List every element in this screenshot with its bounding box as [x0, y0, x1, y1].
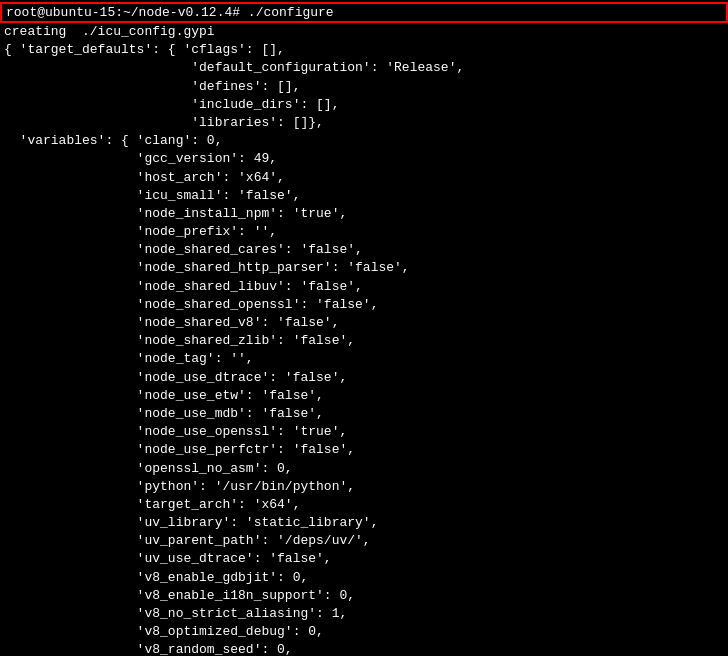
output-line: 'gcc_version': 49,: [0, 150, 728, 168]
output-line: 'v8_enable_gdbjit': 0,: [0, 569, 728, 587]
output-line: 'host_arch': 'x64',: [0, 169, 728, 187]
output-line: 'node_install_npm': 'true',: [0, 205, 728, 223]
output-line: 'node_shared_http_parser': 'false',: [0, 259, 728, 277]
output-line: 'v8_optimized_debug': 0,: [0, 623, 728, 641]
output-line: 'node_use_perfctr': 'false',: [0, 441, 728, 459]
command-line: root@ubuntu-15:~/node-v0.12.4# ./configu…: [0, 2, 728, 23]
output-line: 'node_prefix': '',: [0, 223, 728, 241]
output-line: 'target_arch': 'x64',: [0, 496, 728, 514]
output-line: 'node_shared_zlib': 'false',: [0, 332, 728, 350]
command-text: ./configure: [240, 5, 334, 20]
output-container: creating ./icu_config.gypi{ 'target_defa…: [0, 23, 728, 656]
output-line: 'node_shared_v8': 'false',: [0, 314, 728, 332]
output-line: 'variables': { 'clang': 0,: [0, 132, 728, 150]
output-line: 'node_use_mdb': 'false',: [0, 405, 728, 423]
output-line: 'python': '/usr/bin/python',: [0, 478, 728, 496]
output-line: 'node_shared_cares': 'false',: [0, 241, 728, 259]
output-line: 'uv_use_dtrace': 'false',: [0, 550, 728, 568]
output-line: creating ./icu_config.gypi: [0, 23, 728, 41]
output-line: 'node_use_dtrace': 'false',: [0, 369, 728, 387]
output-line: 'default_configuration': 'Release',: [0, 59, 728, 77]
output-line: 'v8_random_seed': 0,: [0, 641, 728, 656]
output-line: 'uv_library': 'static_library',: [0, 514, 728, 532]
output-line: 'include_dirs': [],: [0, 96, 728, 114]
output-line: 'v8_enable_i18n_support': 0,: [0, 587, 728, 605]
output-line: 'node_shared_openssl': 'false',: [0, 296, 728, 314]
output-line: 'node_tag': '',: [0, 350, 728, 368]
output-line: 'openssl_no_asm': 0,: [0, 460, 728, 478]
output-line: 'libraries': []},: [0, 114, 728, 132]
output-line: 'uv_parent_path': '/deps/uv/',: [0, 532, 728, 550]
output-line: 'node_use_openssl': 'true',: [0, 423, 728, 441]
output-line: 'node_use_etw': 'false',: [0, 387, 728, 405]
output-line: 'icu_small': 'false',: [0, 187, 728, 205]
output-line: { 'target_defaults': { 'cflags': [],: [0, 41, 728, 59]
terminal-window: root@ubuntu-15:~/node-v0.12.4# ./configu…: [0, 0, 728, 656]
output-line: 'node_shared_libuv': 'false',: [0, 278, 728, 296]
output-line: 'defines': [],: [0, 78, 728, 96]
output-line: 'v8_no_strict_aliasing': 1,: [0, 605, 728, 623]
command-prompt: root@ubuntu-15:~/node-v0.12.4#: [6, 5, 240, 20]
